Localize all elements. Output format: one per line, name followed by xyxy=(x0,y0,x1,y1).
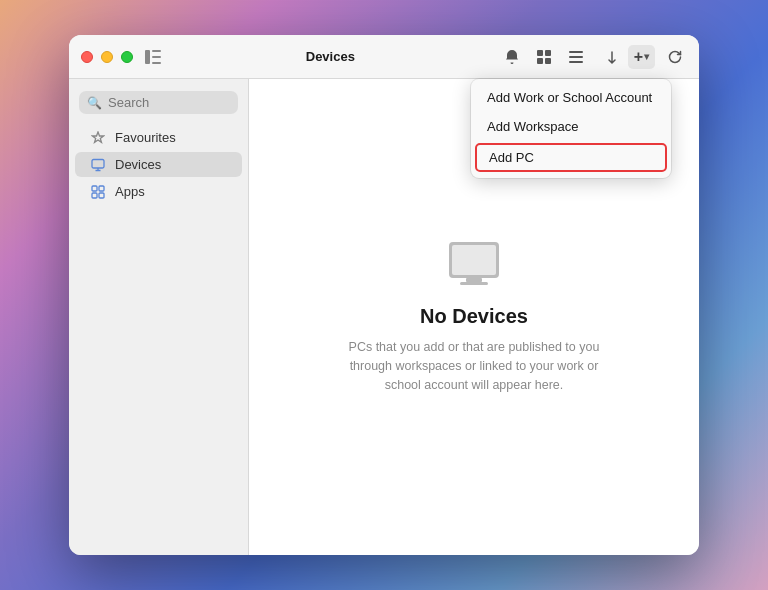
no-devices-title: No Devices xyxy=(420,305,528,328)
svg-rect-1 xyxy=(152,50,161,52)
dropdown-item-add-pc[interactable]: Add PC xyxy=(475,143,667,172)
svg-rect-0 xyxy=(145,50,150,64)
svg-rect-2 xyxy=(152,56,161,58)
grid-view-button[interactable] xyxy=(532,45,556,69)
apps-icon xyxy=(89,185,107,199)
sidebar-toggle-button[interactable] xyxy=(145,50,161,64)
sidebar-item-devices[interactable]: Devices xyxy=(75,152,242,177)
sidebar-item-label-apps: Apps xyxy=(115,184,145,199)
close-button[interactable] xyxy=(81,51,93,63)
svg-rect-5 xyxy=(545,50,551,56)
svg-rect-10 xyxy=(569,61,583,63)
dropdown-menu: Add Work or School Account Add Workspace… xyxy=(471,79,671,178)
monitor-icon xyxy=(89,158,107,172)
dropdown-item-add-workspace[interactable]: Add Workspace xyxy=(471,112,671,141)
svg-rect-19 xyxy=(460,282,488,285)
toolbar-actions: + ▾ xyxy=(500,45,687,69)
search-bar[interactable]: 🔍 xyxy=(79,91,238,114)
list-view-button[interactable] xyxy=(564,45,588,69)
maximize-button[interactable] xyxy=(121,51,133,63)
add-icon: + xyxy=(634,48,643,66)
svg-rect-3 xyxy=(152,62,161,64)
svg-rect-14 xyxy=(92,193,97,198)
search-input[interactable] xyxy=(108,95,230,110)
svg-rect-7 xyxy=(545,58,551,64)
sidebar-item-label-favourites: Favourites xyxy=(115,130,176,145)
sidebar-item-label-devices: Devices xyxy=(115,157,161,172)
svg-rect-11 xyxy=(92,159,104,168)
svg-rect-8 xyxy=(569,51,583,53)
minimize-button[interactable] xyxy=(101,51,113,63)
no-devices-description: PCs that you add or that are published t… xyxy=(334,338,614,394)
svg-rect-12 xyxy=(92,186,97,191)
titlebar: Devices xyxy=(69,35,699,79)
sidebar: 🔍 Favourites xyxy=(69,79,249,555)
search-icon: 🔍 xyxy=(87,96,102,110)
sort-button[interactable] xyxy=(596,45,620,69)
dropdown-item-add-work-school[interactable]: Add Work or School Account xyxy=(471,83,671,112)
svg-rect-18 xyxy=(466,278,482,282)
svg-rect-4 xyxy=(537,50,543,56)
svg-rect-9 xyxy=(569,56,583,58)
bell-button[interactable] xyxy=(500,45,524,69)
svg-rect-15 xyxy=(99,193,104,198)
sidebar-item-apps[interactable]: Apps xyxy=(75,179,242,204)
svg-rect-13 xyxy=(99,186,104,191)
svg-rect-17 xyxy=(452,245,496,275)
no-devices-icon xyxy=(444,239,504,289)
window-title: Devices xyxy=(161,49,500,64)
traffic-lights xyxy=(81,51,133,63)
chevron-down-icon: ▾ xyxy=(644,51,649,62)
refresh-button[interactable] xyxy=(663,45,687,69)
svg-rect-6 xyxy=(537,58,543,64)
star-icon xyxy=(89,131,107,145)
add-button[interactable]: + ▾ xyxy=(628,45,655,69)
sidebar-item-favourites[interactable]: Favourites xyxy=(75,125,242,150)
